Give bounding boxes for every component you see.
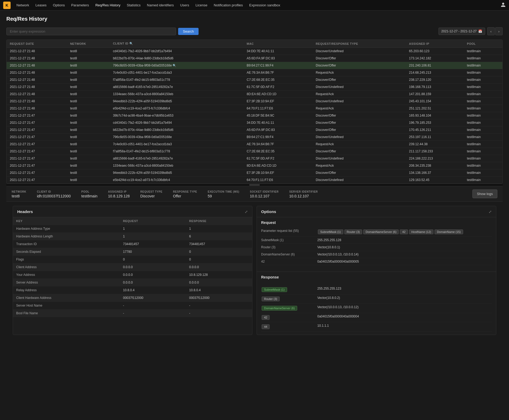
- headers-table-row: Bool File Name--: [13, 310, 252, 317]
- option-badge[interactable]: DomainNameServer (6): [363, 229, 399, 234]
- options-panel: Options ⤢ Request Parameter request list…: [257, 206, 496, 335]
- calendar-icon: 📅: [478, 29, 482, 33]
- table-row[interactable]: 2021-12-27 21:48test8e5b42f4d-cc19-4ce2-…: [7, 105, 502, 112]
- table-row[interactable]: 2021-12-27 21:48test8b822bd7b-870c-44ae-…: [7, 55, 502, 62]
- nav-notification-profiles[interactable]: Notification profiles: [211, 2, 245, 8]
- table-row[interactable]: 2021-12-27 21:47test81334eaec-568c-437a-…: [7, 162, 502, 169]
- headers-panel-expand-icon[interactable]: ⤢: [245, 210, 248, 214]
- table-row[interactable]: 2021-12-27 21:47test894eedbb3-222b-42f4-…: [7, 169, 502, 176]
- search-input[interactable]: [6, 28, 176, 35]
- search-button[interactable]: Search: [178, 28, 199, 35]
- table-row[interactable]: 2021-12-27 21:47test87c4e0c83-c051-4401-…: [7, 141, 502, 148]
- table-row[interactable]: 2021-12-27 21:48test87c4e0c83-c051-4401-…: [7, 69, 502, 76]
- client-id-search-icon[interactable]: 🔍: [129, 42, 133, 45]
- options-request-row: DomainNameServer (6)Vector(/10.0.0.13, /…: [261, 251, 492, 258]
- table-row[interactable]: 2021-12-27 21:47test8f7a8f58a-0147-4fe2-…: [7, 148, 502, 155]
- options-request-row: Router (3)Vector(10.8.0.1): [261, 244, 492, 251]
- table-row[interactable]: 2021-12-27 21:48test8796c6b55-0039-43ba-…: [7, 62, 502, 69]
- nav-reqres-history[interactable]: Req/Res History: [93, 2, 123, 8]
- bottom-panels: Headers ⤢ KEY REQUEST RESPONSE Hardware …: [6, 202, 503, 339]
- response-option-badge[interactable]: SubnetMask (1): [262, 287, 287, 292]
- table-row[interactable]: 2021-12-27 21:47test839b7c74d-ac98-4ba4-…: [7, 112, 502, 119]
- option-badge[interactable]: 42: [400, 229, 408, 234]
- col-pool: POOL: [464, 40, 502, 48]
- detail-server-id-value: 10.0.12.107: [289, 194, 318, 198]
- requests-table: REQUEST DATE NETWORK CLIENT ID 🔍 MAC REQ…: [7, 40, 502, 184]
- nav-named-identifiers[interactable]: Named identifiers: [144, 2, 176, 8]
- headers-table-body: Hardware Address Type11Hardware Address …: [13, 225, 252, 317]
- options-response-row: 4410.1.1.1: [261, 322, 492, 331]
- option-badge[interactable]: DomainName (15): [435, 229, 463, 234]
- detail-assigned-ip-value: 10.8.129.128: [108, 194, 130, 198]
- response-option-badge[interactable]: Router (3): [262, 297, 280, 301]
- page-title: Req/Res History: [6, 16, 503, 22]
- headers-table-row: Transaction ID734481457734481457: [13, 240, 252, 248]
- options-response-section: SubnetMask (1)255.255.255.123Router (3)V…: [257, 282, 496, 335]
- date-range-display[interactable]: 2021-12-27 - 2021-12-27 📅: [438, 28, 485, 35]
- panel-divider[interactable]: [6, 184, 503, 186]
- nav-users[interactable]: Users: [177, 2, 192, 8]
- option-badge[interactable]: SubnetMask (1): [318, 229, 343, 234]
- options-response-title: Response: [257, 275, 496, 279]
- options-panel-expand-icon[interactable]: ⤢: [489, 210, 492, 214]
- option-badge[interactable]: HostName (12): [409, 229, 434, 234]
- response-option-badge[interactable]: 44: [262, 324, 270, 329]
- detail-request-type-label: REQUEST TYPE: [140, 190, 162, 193]
- next-arrow[interactable]: ›: [495, 27, 503, 35]
- nav-parameters[interactable]: Parameters: [68, 2, 91, 8]
- col-request-date: REQUEST DATE: [7, 40, 67, 48]
- headers-panel-title: Headers: [17, 209, 33, 214]
- detail-network: NETWORK test8: [12, 190, 26, 198]
- detail-response-type: RESPONSE TYPE Offer: [173, 190, 197, 198]
- detail-server-id: SERVER IDENTIFIER 10.0.12.107: [289, 190, 318, 198]
- nav-license[interactable]: License: [193, 2, 210, 8]
- options-response-rows: SubnetMask (1)255.255.255.123Router (3)V…: [261, 285, 492, 331]
- options-separator: [257, 272, 496, 272]
- table-row[interactable]: 2021-12-27 21:48test8f7a8f58a-0147-4fe2-…: [7, 76, 502, 83]
- detail-request-type: REQUEST TYPE Discover: [140, 190, 162, 198]
- nav-statistics[interactable]: Statistics: [124, 2, 143, 8]
- nav-leases[interactable]: Leases: [33, 2, 49, 8]
- options-panel-title: Options: [261, 209, 276, 214]
- detail-pool: POOL test8main: [81, 190, 98, 198]
- nav-expression-sandbox[interactable]: Expression sandbox: [247, 2, 283, 8]
- table-row[interactable]: 2021-12-27 21:47test8796c6b55-0039-43ba-…: [7, 134, 502, 141]
- response-option-badge[interactable]: DomainNameServer (6): [262, 306, 297, 311]
- nav-options[interactable]: Options: [50, 2, 68, 8]
- detail-request-type-value: Discover: [140, 194, 162, 198]
- prev-arrow[interactable]: ‹: [487, 27, 495, 35]
- col-network: NETWORK: [67, 40, 109, 48]
- page-content: Req/Res History Search 2021-12-27 - 2021…: [0, 11, 509, 420]
- detail-pool-value: test8main: [81, 194, 98, 198]
- requests-table-container: REQUEST DATE NETWORK CLIENT ID 🔍 MAC REQ…: [6, 39, 503, 184]
- table-row[interactable]: 2021-12-27 21:47test8b822bd7b-870c-44ae-…: [7, 126, 502, 134]
- table-row[interactable]: 2021-12-27 21:48test81334eaec-568c-437a-…: [7, 91, 502, 98]
- options-request-row: Parameter request list (55)SubnetMask (1…: [261, 227, 492, 237]
- detail-execution-time: EXECUTION TIME (MS) 59: [208, 190, 239, 198]
- headers-table-header-row: KEY REQUEST RESPONSE: [13, 217, 252, 225]
- divider-handle: [249, 184, 260, 185]
- table-row[interactable]: 2021-12-27 21:47test8a8815666-badf-4165-…: [7, 155, 502, 162]
- detail-socket-id-value: 10.0.12.107: [250, 194, 279, 198]
- col-assigned-ip: ASSIGNED IP: [406, 40, 464, 48]
- option-badge[interactable]: Router (3): [344, 229, 362, 234]
- table-row[interactable]: 2021-12-27 21:47test8cd4340d1-7fa2-4026-…: [7, 119, 502, 126]
- detail-network-value: test8: [12, 194, 26, 198]
- row-search-icon[interactable]: 🔍: [173, 64, 176, 67]
- nav-network[interactable]: Network: [14, 2, 32, 8]
- detail-client-id-value: idh:0100037f112000: [37, 194, 71, 198]
- headers-col-key: KEY: [13, 217, 120, 225]
- date-range-text: 2021-12-27 - 2021-12-27: [441, 29, 477, 33]
- table-row[interactable]: 2021-12-27 21:48test8cd4340d1-7fa2-4026-…: [7, 48, 502, 55]
- table-row[interactable]: 2021-12-27 21:48test8a8815666-badf-4165-…: [7, 83, 502, 91]
- detail-execution-time-label: EXECUTION TIME (MS): [208, 190, 239, 193]
- response-option-badge[interactable]: 42: [262, 315, 270, 320]
- options-request-section: Request Parameter request list (55)Subne…: [257, 217, 496, 268]
- options-response-row: Router (3)Vector(10.8.0.2): [261, 294, 492, 304]
- user-icon[interactable]: [501, 2, 506, 8]
- show-logs-button[interactable]: Show logs: [472, 189, 497, 198]
- detail-assigned-ip-label: ASSIGNED IP: [108, 190, 130, 193]
- table-row[interactable]: 2021-12-27 21:47test8e5b42f4d-cc19-4ce2-…: [7, 176, 502, 184]
- col-client-id: CLIENT ID 🔍: [110, 40, 244, 48]
- table-row[interactable]: 2021-12-27 21:48test894eedbb3-222b-42f4-…: [7, 98, 502, 105]
